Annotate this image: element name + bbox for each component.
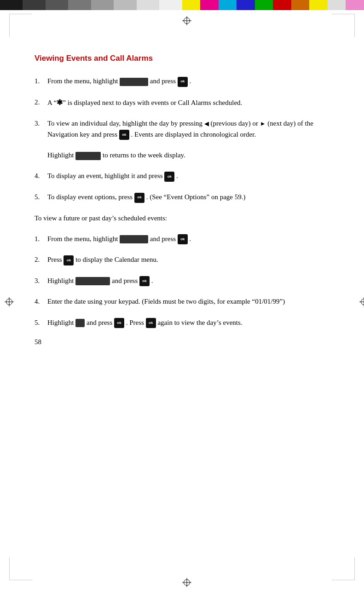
swatch	[255, 0, 273, 10]
page-title: Viewing Events and Call Alarms	[35, 54, 329, 63]
list-item: 4. Enter the date using your keypad. (Fi…	[35, 296, 329, 307]
swatch	[0, 0, 23, 10]
text-after: and press	[150, 77, 178, 85]
swatch	[346, 0, 364, 10]
border-corner-tr	[332, 14, 355, 37]
text-after: . (See “Event Options” on page 59.)	[146, 193, 246, 201]
color-bar	[0, 0, 364, 10]
text-after: . Events are displayed in chronological …	[131, 131, 256, 138]
text-after: again to view the day’s events.	[157, 319, 242, 326]
color-bar-left	[0, 0, 182, 10]
swatch	[137, 0, 159, 10]
ok-button-image: ok	[178, 77, 188, 87]
ok-button-image: ok	[134, 193, 144, 203]
text-middle: and press	[150, 235, 178, 242]
small-cal-image	[75, 319, 85, 327]
ok-button-image: ok	[164, 172, 174, 182]
color-bar-right	[182, 0, 364, 10]
instruction-list-2: 4. To display an event, highlight it and…	[35, 171, 329, 202]
swatch	[23, 0, 45, 10]
list-item: 2. Press ok to display the Calendar menu…	[35, 254, 329, 265]
ok-button-image-2: ok	[146, 318, 156, 328]
intro-text: To view a future or past day’s scheduled…	[35, 214, 167, 222]
item-number: 3.	[35, 276, 47, 287]
item-number: 3.	[35, 118, 47, 140]
swatch	[91, 0, 114, 10]
text-before: Highlight	[47, 319, 75, 326]
instruction-list-1: 1. From the menu, highlight and press ok…	[35, 76, 329, 140]
swatch	[46, 0, 68, 10]
swatch	[237, 0, 255, 10]
item-content: To display event options, press ok . (Se…	[47, 192, 329, 203]
border-corner-bl	[9, 557, 32, 580]
list-item: 2. A “✱” is displayed next to days with …	[35, 97, 329, 109]
week-image	[75, 152, 101, 160]
item-number: 2.	[35, 254, 47, 265]
item-content: Enter the date using your keypad. (Field…	[47, 296, 329, 307]
item-number: 1.	[35, 76, 47, 87]
list-item: 1. From the menu, highlight and press ok…	[35, 234, 329, 245]
swatch	[219, 0, 237, 10]
period: .	[176, 172, 178, 179]
item-content: Highlight and press ok .	[47, 276, 329, 287]
item-number: 4.	[35, 296, 47, 307]
list-item: 3. To view an individual day, highlight …	[35, 118, 329, 140]
page-number: 58	[35, 338, 329, 346]
border-corner-br	[332, 557, 355, 580]
ok-button-image: ok	[178, 234, 188, 244]
text: A “✱” is displayed next to days with eve…	[47, 99, 242, 106]
sub-highlight-item: Highlight to returns to the week display…	[47, 150, 329, 161]
item-content: To display an event, highlight it and pr…	[47, 171, 329, 182]
swatch	[200, 0, 219, 10]
swatch	[309, 0, 328, 10]
text: To display an event, highlight it and pr…	[47, 172, 164, 179]
list-item: 4. To display an event, highlight it and…	[35, 171, 329, 182]
period: .	[190, 235, 191, 242]
text-mid2: . Press	[126, 319, 146, 326]
swatch	[291, 0, 310, 10]
swatch	[114, 0, 136, 10]
item-number: 1.	[35, 234, 47, 245]
item-content: To view an individual day, highlight the…	[47, 118, 329, 140]
text-before: To display event options, press	[47, 193, 134, 201]
text-after: to returns to the week display.	[103, 151, 185, 159]
ok-button-image: ok	[119, 130, 129, 140]
list-item: 3. Highlight and press ok .	[35, 276, 329, 287]
text-mid1: and press	[87, 319, 114, 326]
item-content: Press ok to display the Calendar menu.	[47, 254, 329, 265]
text-before: From the menu, highlight	[47, 235, 120, 242]
period: .	[151, 277, 153, 284]
instruction-list-3: 1. From the menu, highlight and press ok…	[35, 234, 329, 329]
list-item: 5. To display event options, press ok . …	[35, 192, 329, 203]
swatch	[328, 0, 346, 10]
swatch	[159, 0, 182, 10]
calendar-image	[120, 235, 148, 243]
ok-button-image: ok	[64, 255, 74, 265]
list-item: 5. Highlight and press ok . Press ok aga…	[35, 317, 329, 329]
item-number: 2.	[35, 97, 47, 109]
text: Enter the date using your keypad. (Field…	[47, 298, 285, 305]
text-before: Press	[47, 256, 64, 263]
swatch	[273, 0, 291, 10]
swatch	[68, 0, 91, 10]
text-after: and press	[112, 277, 139, 284]
item-content: From the menu, highlight and press ok .	[47, 76, 329, 87]
text-before: From the menu, highlight	[47, 77, 120, 85]
ok-button-image: ok	[139, 276, 150, 286]
ok-button-image: ok	[114, 318, 124, 328]
item-content: A “✱” is displayed next to days with eve…	[47, 97, 329, 109]
calendar-image	[120, 78, 148, 86]
item-number: 5.	[35, 317, 47, 329]
text-before: Highlight	[47, 151, 74, 159]
list-item: 1. From the menu, highlight and press ok…	[35, 76, 329, 87]
item-number: 4.	[35, 171, 47, 182]
main-content: Viewing Events and Call Alarms 1. From t…	[0, 10, 364, 374]
section2-intro: To view a future or past day’s scheduled…	[35, 213, 329, 224]
item-content: Highlight and press ok . Press ok again …	[47, 317, 329, 329]
item-number: 5.	[35, 192, 47, 203]
text-after: to display the Calendar menu.	[75, 256, 158, 263]
go-to-date-image	[75, 277, 110, 285]
item-content: From the menu, highlight and press ok .	[47, 234, 329, 245]
swatch	[182, 0, 201, 10]
border-corner-tl	[9, 14, 32, 37]
